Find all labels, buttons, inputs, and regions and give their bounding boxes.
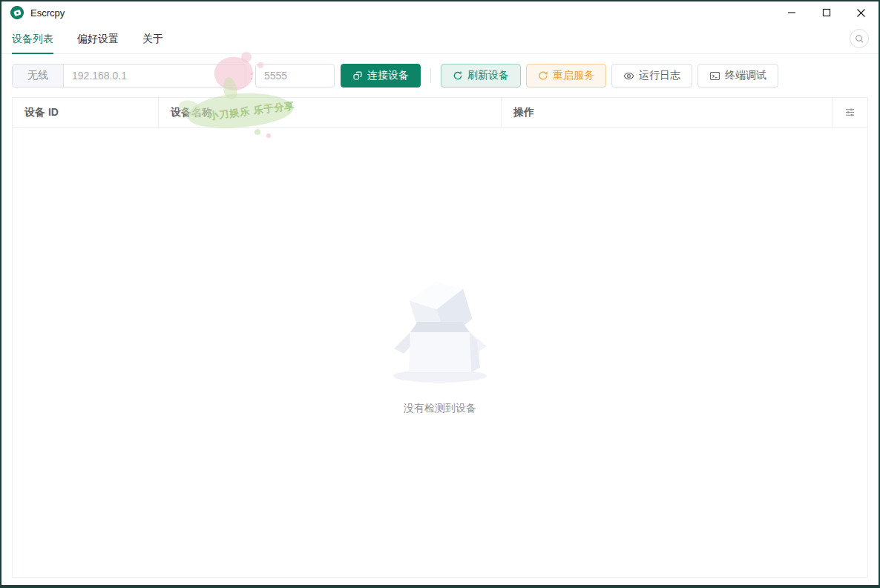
port-separator: : <box>250 70 253 82</box>
toolbar: 无线 : 连接设备 刷新设备 重启服务 <box>1 64 879 87</box>
terminal-debug-label: 终端调试 <box>725 69 766 82</box>
port-input[interactable] <box>255 64 335 87</box>
empty-state: 没有检测到设备 <box>381 270 499 415</box>
connect-device-label: 连接设备 <box>367 69 409 82</box>
tab-bar: 设备列表 偏好设置 关于 <box>1 24 879 54</box>
refresh-devices-button[interactable]: 刷新设备 <box>441 64 521 87</box>
titlebar: Escrcpy <box>1 1 879 24</box>
run-logs-label: 运行日志 <box>639 69 680 82</box>
eye-icon <box>623 70 634 82</box>
wireless-address-group: 无线 <box>12 64 246 87</box>
sliders-icon <box>844 107 856 118</box>
link-icon <box>352 70 363 81</box>
column-header-device-id: 设备 ID <box>13 98 159 127</box>
refresh-icon <box>453 70 463 81</box>
tab-device-list[interactable]: 设备列表 <box>12 24 53 54</box>
app-window: Escrcpy 设备列表 偏好设置 关于 无线 <box>0 0 880 588</box>
tab-about[interactable]: 关于 <box>142 24 163 54</box>
ip-input[interactable] <box>64 65 246 87</box>
connect-device-button[interactable]: 连接设备 <box>341 64 421 87</box>
wireless-label: 无线 <box>13 65 64 87</box>
tab-about-label: 关于 <box>142 33 163 46</box>
device-table-body: 没有检测到设备 <box>13 128 867 577</box>
search-icon <box>855 34 864 44</box>
device-table: 设备 ID 设备名称 操作 <box>12 97 868 578</box>
column-settings-button[interactable] <box>833 98 867 127</box>
restart-service-label: 重启服务 <box>553 69 594 82</box>
minimize-button[interactable] <box>774 1 809 24</box>
terminal-icon <box>709 70 720 82</box>
restart-service-button[interactable]: 重启服务 <box>526 64 606 87</box>
column-header-actions: 操作 <box>502 98 833 127</box>
terminal-debug-button[interactable]: 终端调试 <box>697 64 778 87</box>
maximize-button[interactable] <box>809 1 844 24</box>
device-table-header: 设备 ID 设备名称 操作 <box>13 98 867 128</box>
refresh-right-icon <box>538 70 548 81</box>
tab-device-list-label: 设备列表 <box>12 33 53 46</box>
empty-message: 没有检测到设备 <box>404 402 476 415</box>
toolbar-divider <box>430 68 431 83</box>
close-button[interactable] <box>844 1 879 24</box>
app-title: Escrcpy <box>30 7 65 19</box>
tab-preferences-label: 偏好设置 <box>77 33 119 46</box>
run-logs-button[interactable]: 运行日志 <box>611 64 692 87</box>
empty-box-illustration <box>381 270 499 389</box>
column-header-device-name: 设备名称 <box>159 98 502 127</box>
search-button[interactable] <box>850 29 869 48</box>
window-controls <box>774 1 879 24</box>
app-logo-icon <box>10 6 24 19</box>
tab-preferences[interactable]: 偏好设置 <box>77 24 119 54</box>
refresh-devices-label: 刷新设备 <box>467 69 509 82</box>
